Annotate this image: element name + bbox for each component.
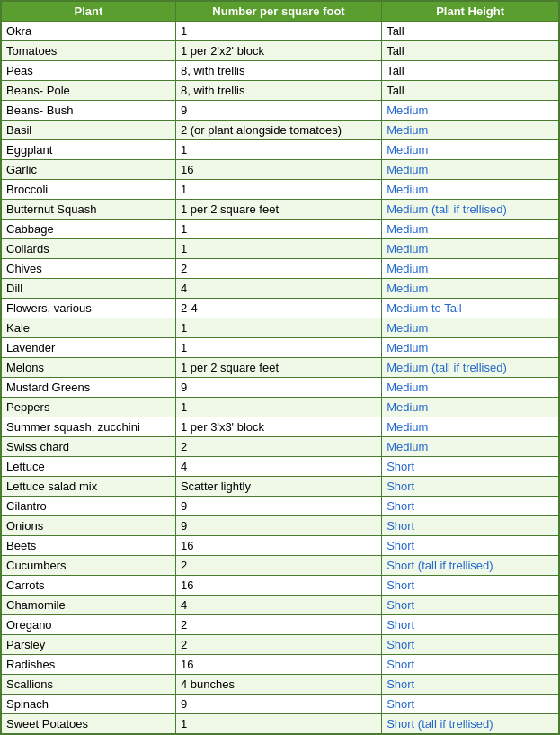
cell-20-0: Summer squash, zucchini — [1, 417, 175, 437]
cell-2-2: Tall — [382, 61, 559, 81]
cell-30-0: Oregano — [1, 615, 175, 635]
table-row: Cucumbers2Short (tall if trellised) — [1, 556, 559, 576]
cell-19-1: 1 — [175, 398, 381, 417]
table-row: Cabbage1Medium — [1, 220, 559, 239]
cell-14-2: Medium to Tall — [382, 299, 559, 318]
cell-10-2: Medium — [382, 220, 559, 239]
cell-17-2: Medium (tall if trellised) — [382, 358, 559, 378]
cell-11-0: Collards — [1, 239, 175, 259]
table-row: Beans- Bush9Medium — [1, 101, 559, 121]
cell-4-0: Beans- Bush — [1, 101, 175, 121]
cell-23-2: Short — [382, 477, 559, 497]
cell-35-1: 1 — [175, 714, 381, 735]
table-row: Spinach9Short — [1, 695, 559, 714]
cell-2-0: Peas — [1, 61, 175, 81]
header-plant: Plant — [1, 1, 175, 22]
cell-28-1: 16 — [175, 576, 381, 596]
cell-2-1: 8, with trellis — [175, 61, 381, 81]
cell-20-2: Medium — [382, 417, 559, 437]
cell-11-1: 1 — [175, 239, 381, 259]
cell-3-1: 8, with trellis — [175, 81, 381, 101]
cell-0-0: Okra — [1, 22, 175, 41]
cell-23-0: Lettuce salad mix — [1, 477, 175, 497]
cell-10-0: Cabbage — [1, 220, 175, 239]
cell-1-2: Tall — [382, 41, 559, 61]
cell-34-0: Spinach — [1, 695, 175, 714]
cell-33-2: Short — [382, 675, 559, 695]
cell-15-1: 1 — [175, 318, 381, 338]
table-row: Sweet Potatoes1Short (tall if trellised) — [1, 714, 559, 735]
cell-31-2: Short — [382, 635, 559, 655]
cell-29-0: Chamomile — [1, 596, 175, 615]
cell-17-1: 1 per 2 square feet — [175, 358, 381, 378]
cell-32-2: Short — [382, 655, 559, 675]
cell-19-0: Peppers — [1, 398, 175, 417]
cell-35-2: Short (tall if trellised) — [382, 714, 559, 735]
cell-34-1: 9 — [175, 695, 381, 714]
cell-8-1: 1 — [175, 180, 381, 200]
table-row: Okra1Tall — [1, 22, 559, 41]
table-row: Basil2 (or plant alongside tomatoes)Medi… — [1, 121, 559, 140]
cell-14-1: 2-4 — [175, 299, 381, 318]
cell-19-2: Medium — [382, 398, 559, 417]
table-row: Swiss chard2Medium — [1, 437, 559, 457]
table-row: Parsley2Short — [1, 635, 559, 655]
cell-24-1: 9 — [175, 497, 381, 516]
table-header-row: Plant Number per square foot Plant Heigh… — [1, 1, 559, 22]
cell-25-0: Onions — [1, 516, 175, 536]
cell-27-2: Short (tall if trellised) — [382, 556, 559, 576]
cell-35-0: Sweet Potatoes — [1, 714, 175, 735]
cell-4-1: 9 — [175, 101, 381, 121]
cell-16-0: Lavender — [1, 338, 175, 358]
cell-8-0: Broccoli — [1, 180, 175, 200]
cell-5-2: Medium — [382, 121, 559, 140]
header-height: Plant Height — [382, 1, 559, 22]
cell-33-1: 4 bunches — [175, 675, 381, 695]
cell-22-0: Lettuce — [1, 457, 175, 477]
table-row: Beans- Pole8, with trellisTall — [1, 81, 559, 101]
cell-22-2: Short — [382, 457, 559, 477]
table-row: Oregano2Short — [1, 615, 559, 635]
cell-26-0: Beets — [1, 536, 175, 556]
table-row: Broccoli1Medium — [1, 180, 559, 200]
cell-32-0: Radishes — [1, 655, 175, 675]
table-row: Carrots16Short — [1, 576, 559, 596]
table-row: Radishes16Short — [1, 655, 559, 675]
table-row: Chamomile4Short — [1, 596, 559, 615]
table-row: Onions9Short — [1, 516, 559, 536]
table-row: Chives2Medium — [1, 259, 559, 279]
cell-12-0: Chives — [1, 259, 175, 279]
cell-1-0: Tomatoes — [1, 41, 175, 61]
cell-6-0: Eggplant — [1, 140, 175, 160]
cell-26-2: Short — [382, 536, 559, 556]
cell-13-0: Dill — [1, 279, 175, 299]
cell-12-1: 2 — [175, 259, 381, 279]
cell-28-2: Short — [382, 576, 559, 596]
table-row: Mustard Greens9Medium — [1, 378, 559, 398]
table-row: Lettuce salad mixScatter lightlyShort — [1, 477, 559, 497]
header-number: Number per square foot — [175, 1, 381, 22]
cell-5-1: 2 (or plant alongside tomatoes) — [175, 121, 381, 140]
table-row: Peppers1Medium — [1, 398, 559, 417]
cell-3-0: Beans- Pole — [1, 81, 175, 101]
cell-7-0: Garlic — [1, 160, 175, 180]
cell-27-1: 2 — [175, 556, 381, 576]
cell-13-1: 4 — [175, 279, 381, 299]
cell-5-0: Basil — [1, 121, 175, 140]
cell-13-2: Medium — [382, 279, 559, 299]
table-row: Melons1 per 2 square feetMedium (tall if… — [1, 358, 559, 378]
cell-18-0: Mustard Greens — [1, 378, 175, 398]
table-row: Cilantro9Short — [1, 497, 559, 516]
cell-1-1: 1 per 2'x2' block — [175, 41, 381, 61]
cell-0-1: 1 — [175, 22, 381, 41]
plant-table: Plant Number per square foot Plant Heigh… — [0, 0, 560, 735]
cell-15-2: Medium — [382, 318, 559, 338]
table-row: Flowers, various2-4Medium to Tall — [1, 299, 559, 318]
cell-16-1: 1 — [175, 338, 381, 358]
cell-21-2: Medium — [382, 437, 559, 457]
cell-32-1: 16 — [175, 655, 381, 675]
cell-23-1: Scatter lightly — [175, 477, 381, 497]
cell-29-1: 4 — [175, 596, 381, 615]
cell-12-2: Medium — [382, 259, 559, 279]
cell-8-2: Medium — [382, 180, 559, 200]
